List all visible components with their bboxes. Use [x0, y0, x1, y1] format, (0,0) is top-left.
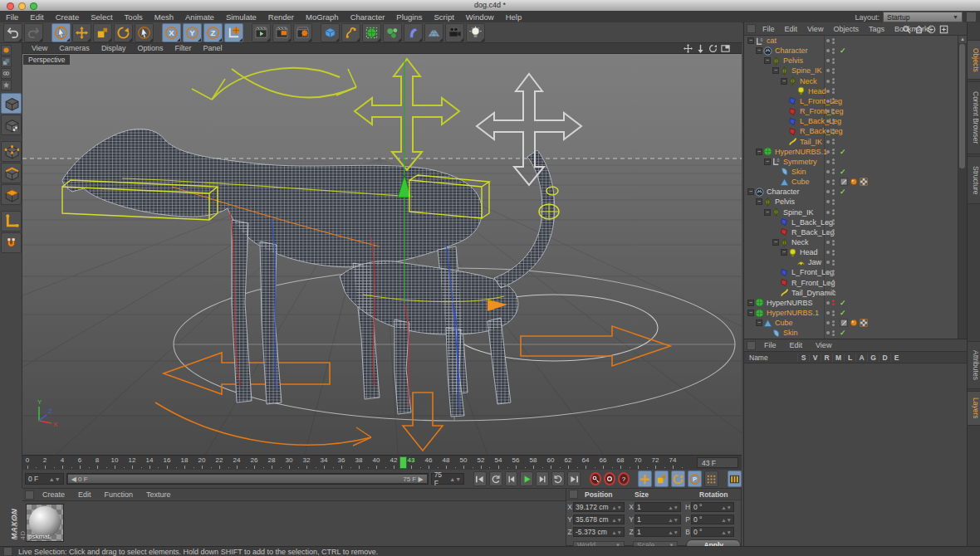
visibility-dots-icon[interactable] — [832, 38, 835, 44]
expander-icon[interactable]: − — [756, 319, 762, 326]
coordinate-system-button[interactable] — [224, 23, 243, 42]
tree-row[interactable]: −Cube — [744, 318, 967, 328]
tree-row[interactable]: Jaw — [744, 257, 967, 267]
visibility-dots-icon[interactable] — [832, 320, 835, 326]
play-button[interactable] — [520, 471, 533, 486]
stepper-icon[interactable]: ▲▼ — [668, 505, 679, 510]
add-light-button[interactable] — [466, 23, 485, 42]
visibility-toggles[interactable] — [826, 270, 835, 276]
visibility-toggles[interactable] — [826, 109, 835, 115]
keyframe-mode-toggle[interactable] — [728, 471, 742, 487]
phong-tag-icon[interactable] — [850, 319, 858, 327]
object-name[interactable]: Jaw — [806, 258, 821, 266]
visibility-dots-icon[interactable] — [832, 58, 835, 64]
visibility-dots-icon[interactable] — [832, 310, 835, 316]
stepper-icon[interactable]: ▲▼ — [721, 517, 732, 523]
visibility-dots-icon[interactable] — [832, 280, 835, 285]
tex-tag-icon[interactable] — [840, 178, 848, 186]
visibility-dots-icon[interactable] — [832, 250, 835, 256]
add-camera-button[interactable] — [445, 23, 464, 42]
start-frame-field[interactable]: 0 F▲▼ — [25, 473, 64, 485]
visibility-dots-icon[interactable] — [832, 219, 835, 225]
tree-row[interactable]: R_Back_Leg — [744, 126, 967, 136]
tree-row[interactable]: L_Front_Leg — [744, 267, 967, 277]
object-name[interactable]: Pelvis — [782, 56, 803, 65]
enable-dot-icon[interactable] — [826, 311, 830, 315]
tree-row[interactable]: −HyperNURBS.1✓ — [744, 147, 967, 157]
keyframe-selection-button[interactable]: ? — [618, 472, 630, 485]
scrollbar-thumb[interactable] — [959, 44, 965, 168]
object-name[interactable]: Head — [798, 248, 818, 256]
menu-mograph[interactable]: MoGraph — [300, 12, 345, 22]
visibility-toggles[interactable] — [826, 58, 835, 64]
tab-structure[interactable]: Structure — [968, 156, 980, 204]
menu-script[interactable]: Script — [429, 12, 460, 22]
tree-row[interactable]: −Pelvis — [744, 197, 967, 207]
render-settings-button[interactable] — [293, 23, 312, 42]
object-manager-menu-view[interactable]: View — [802, 25, 828, 33]
render-view-button[interactable] — [252, 23, 271, 42]
add-cube-button[interactable] — [321, 23, 340, 42]
object-manager-menu-tags[interactable]: Tags — [864, 25, 889, 33]
visibility-dots-icon[interactable] — [832, 290, 835, 295]
visibility-toggles[interactable] — [826, 139, 835, 144]
add-deformer-button[interactable] — [404, 23, 423, 42]
object-name[interactable]: Spine_IK — [782, 208, 814, 217]
visibility-dots-icon[interactable] — [832, 68, 835, 74]
window-layout-icon[interactable] — [966, 12, 977, 22]
visibility-dots-icon[interactable] — [832, 270, 835, 276]
visibility-toggles[interactable] — [826, 119, 835, 124]
enable-axis-button[interactable] — [1, 211, 22, 232]
next-key-button[interactable] — [551, 471, 565, 486]
end-frame-field[interactable]: 75 F▲▼ — [431, 473, 464, 485]
object-name[interactable]: Pelvis — [773, 198, 795, 206]
enable-dot-icon[interactable] — [826, 119, 830, 123]
menu-animate[interactable]: Animate — [179, 12, 220, 22]
tree-row[interactable]: R_Front_Leg — [744, 106, 967, 116]
panel-grip-icon[interactable] — [747, 341, 756, 350]
object-name[interactable]: R_Front_Leg — [798, 107, 844, 115]
tree-row[interactable]: L_Back_Leg — [744, 217, 967, 227]
visibility-dots-icon[interactable] — [832, 199, 835, 205]
visibility-dots-icon[interactable] — [832, 119, 835, 124]
previous-frame-button[interactable] — [505, 471, 518, 486]
coordinate-lock-button[interactable] — [1, 68, 12, 79]
menu-create[interactable]: Create — [50, 12, 86, 22]
expander-icon[interactable]: − — [772, 67, 779, 74]
move-button[interactable] — [72, 23, 91, 42]
object-name[interactable]: Head — [806, 87, 826, 95]
enable-dot-icon[interactable] — [826, 150, 830, 154]
visibility-dots-icon[interactable] — [832, 109, 835, 115]
viewport-menu-display[interactable]: Display — [96, 44, 132, 52]
menu-window[interactable]: Window — [460, 12, 500, 22]
stepper-icon[interactable]: ▲▼ — [668, 517, 679, 523]
object-name[interactable]: Skin — [790, 168, 806, 176]
layer-menu-file[interactable]: File — [757, 341, 783, 349]
expander-icon[interactable]: − — [756, 149, 762, 155]
points-mode-button[interactable] — [1, 141, 22, 162]
expander-icon[interactable]: − — [764, 209, 771, 216]
visibility-toggles[interactable] — [826, 199, 835, 205]
enable-dot-icon[interactable] — [826, 49, 830, 52]
tree-row[interactable]: −Neck — [744, 237, 967, 247]
object-name[interactable]: Cube — [773, 319, 793, 327]
size-x-field[interactable]: 1▲▼ — [635, 502, 681, 512]
enable-dot-icon[interactable] — [826, 291, 830, 295]
object-name[interactable]: Symmetry — [782, 158, 817, 166]
visibility-toggles[interactable] — [826, 78, 835, 84]
visibility-dots-icon[interactable] — [832, 240, 835, 246]
check-tag-icon[interactable]: ✓ — [840, 309, 846, 317]
snap-settings-button[interactable] — [1, 80, 12, 90]
material-menu-texture[interactable]: Texture — [140, 490, 178, 499]
enable-dot-icon[interactable] — [826, 59, 830, 62]
tab-attributes[interactable]: Attributes — [968, 341, 980, 389]
layout-dropdown[interactable]: Startup ▼ — [883, 12, 963, 22]
object-name[interactable]: Tail_IK — [798, 138, 822, 146]
key-position-toggle[interactable] — [638, 471, 652, 487]
object-manager-menu-edit[interactable]: Edit — [780, 25, 803, 33]
enable-dot-icon[interactable] — [826, 321, 830, 324]
add-spline-button[interactable] — [341, 23, 360, 42]
tree-row[interactable]: −0Symmetry — [744, 157, 967, 167]
enable-dot-icon[interactable] — [826, 140, 830, 144]
tree-row[interactable]: −Character✓ — [744, 46, 967, 56]
